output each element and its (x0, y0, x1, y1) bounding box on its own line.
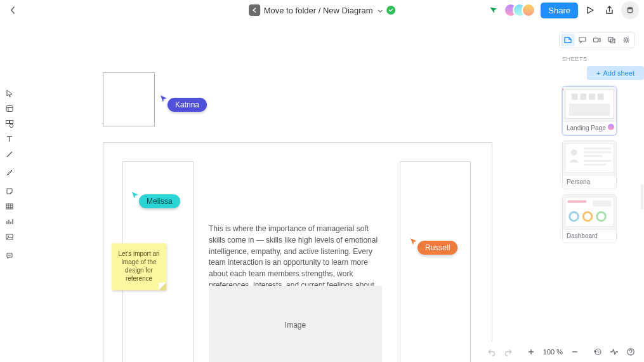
add-sheet-label: Add sheet (603, 69, 634, 77)
chart-tool[interactable] (4, 216, 15, 227)
svg-point-34 (630, 354, 631, 354)
svg-rect-2 (6, 106, 13, 112)
sticky-note[interactable]: Let's import an image of the design for … (112, 243, 166, 290)
saved-status-icon (386, 6, 395, 15)
svg-rect-18 (598, 93, 604, 100)
svg-rect-24 (584, 160, 611, 162)
help-button[interactable] (624, 345, 638, 359)
tab-video[interactable] (590, 34, 604, 46)
left-toolbar (0, 88, 16, 262)
export-icon[interactable] (602, 3, 616, 17)
present-icon[interactable] (583, 3, 597, 17)
bottom-bar: 100 % (480, 342, 643, 362)
sheet-card-dashboard[interactable]: Dashboard (562, 194, 617, 243)
chevron-left-icon (10, 6, 16, 15)
sheet-title: Persona (563, 175, 616, 189)
image-placeholder[interactable]: Image (209, 286, 382, 362)
undo-button[interactable] (485, 345, 499, 359)
header-actions: Share (490, 1, 639, 19)
sheets-section-label: SHEETS (562, 53, 644, 66)
right-panel: SHEETS + Add sheet Landing Page Persona … (558, 32, 644, 344)
sheet-card-persona[interactable]: Persona (562, 140, 617, 189)
svg-point-12 (625, 39, 628, 41)
svg-rect-22 (584, 151, 611, 153)
folder-icon (249, 4, 260, 16)
empty-frame[interactable] (103, 72, 155, 126)
plus-icon: + (596, 69, 600, 77)
canvas[interactable]: Katrina This is where the importance of … (18, 21, 558, 362)
tab-sheets[interactable] (561, 34, 575, 46)
svg-rect-14 (569, 104, 610, 116)
sheet-thumbnail (563, 195, 616, 229)
tab-comments[interactable] (575, 34, 589, 46)
pen-tool[interactable] (4, 166, 15, 178)
redo-button[interactable] (501, 345, 515, 359)
avatar (522, 3, 536, 17)
user-cursor-label: Melissa (139, 194, 180, 208)
svg-rect-9 (593, 38, 598, 42)
tab-layers[interactable] (605, 34, 619, 46)
tab-settings[interactable] (619, 34, 633, 46)
svg-rect-16 (580, 93, 586, 100)
pointer-tool[interactable] (4, 88, 15, 99)
shapes-tool[interactable] (4, 118, 15, 130)
scrollbar[interactable] (641, 184, 643, 210)
user-cursor-katrina: Katrina (159, 94, 207, 112)
svg-rect-5 (10, 121, 13, 124)
user-cursor-label: Russell (417, 241, 457, 255)
activity-button[interactable] (607, 345, 621, 359)
back-button[interactable] (5, 3, 20, 18)
sheet-title: Landing Page (567, 124, 606, 131)
user-cursor-melissa: Melissa (131, 191, 180, 208)
app-header: Move to folder / New Diagram Share (0, 0, 644, 21)
svg-rect-23 (584, 155, 602, 157)
record-icon[interactable] (621, 1, 639, 19)
text-tool[interactable] (4, 133, 15, 145)
line-tool[interactable] (4, 149, 15, 160)
image-placeholder-label: Image (285, 321, 306, 330)
table-tool[interactable] (4, 201, 15, 212)
history-button[interactable] (591, 345, 605, 359)
svg-rect-6 (6, 204, 13, 209)
zoom-in-button[interactable] (524, 345, 538, 359)
breadcrumb[interactable]: Move to folder / New Diagram (264, 6, 383, 15)
svg-rect-21 (584, 147, 611, 149)
avatar (608, 124, 614, 130)
zoom-level[interactable]: 100 % (541, 348, 565, 356)
svg-rect-31 (593, 200, 611, 206)
image-tool[interactable] (4, 231, 15, 243)
right-column-box[interactable] (400, 161, 471, 362)
sheet-title: Dashboard (563, 229, 616, 243)
presence-cursor-icon (489, 4, 500, 17)
template-tool[interactable] (4, 103, 15, 114)
chevron-down-icon (378, 6, 383, 15)
svg-point-20 (571, 149, 577, 156)
zoom-out-button[interactable] (568, 345, 582, 359)
svg-rect-27 (568, 200, 586, 203)
svg-rect-15 (572, 93, 578, 100)
svg-rect-1 (628, 8, 633, 10)
user-cursor-label: Katrina (168, 98, 207, 112)
user-cursor-russell: Russell (409, 237, 457, 255)
sticky-note-tool[interactable] (4, 185, 15, 197)
svg-rect-3 (6, 121, 10, 124)
sheet-thumbnail (563, 141, 616, 175)
comment-tool[interactable] (4, 250, 15, 262)
svg-rect-25 (584, 164, 606, 166)
sheet-thumbnail (563, 87, 616, 121)
add-sheet-button[interactable]: + Add sheet (587, 66, 644, 80)
svg-rect-17 (589, 93, 595, 100)
presence-avatars[interactable] (504, 3, 536, 17)
share-button[interactable]: Share (541, 3, 578, 18)
breadcrumb-container: Move to folder / New Diagram (249, 4, 396, 16)
sticky-note-text: Let's import an image of the design for … (118, 250, 159, 282)
sheet-card-landing-page[interactable]: Landing Page (562, 86, 617, 135)
svg-point-4 (10, 124, 13, 127)
breadcrumb-text: Move to folder / New Diagram (264, 6, 373, 15)
panel-tabs (559, 32, 635, 48)
